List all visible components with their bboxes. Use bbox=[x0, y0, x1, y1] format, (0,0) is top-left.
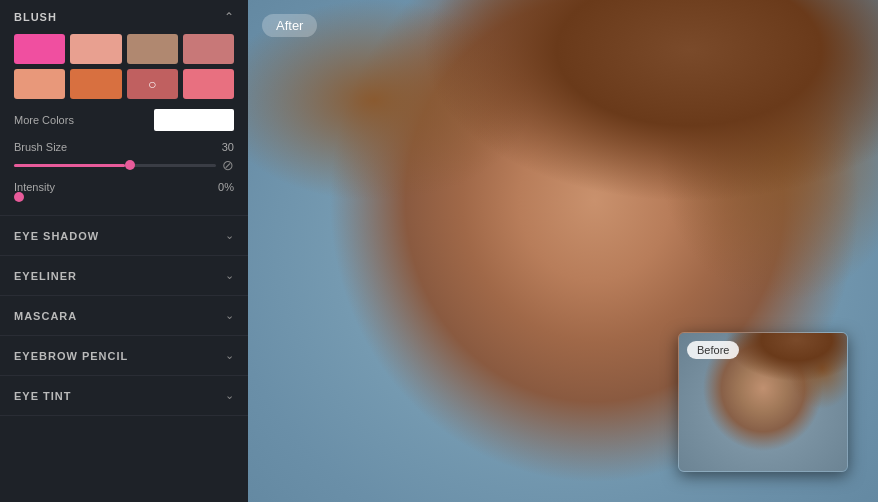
brush-size-label: Brush Size bbox=[14, 141, 67, 153]
mascara-chevron-icon: ⌄ bbox=[225, 309, 234, 322]
color-swatch-2[interactable] bbox=[70, 34, 121, 64]
color-swatch-3[interactable] bbox=[127, 34, 178, 64]
blush-header: BLUSH ⌃ bbox=[14, 10, 234, 24]
more-colors-label: More Colors bbox=[14, 114, 74, 126]
eye-shadow-chevron-icon: ⌄ bbox=[225, 229, 234, 242]
color-swatch-1[interactable] bbox=[14, 34, 65, 64]
more-colors-picker[interactable] bbox=[154, 109, 234, 131]
eye-tint-section[interactable]: EYE TINT ⌄ bbox=[0, 376, 248, 416]
color-swatch-6[interactable] bbox=[70, 69, 121, 99]
blush-collapse-icon[interactable]: ⌃ bbox=[224, 10, 234, 24]
eyebrow-pencil-label: EYEBROW PENCIL bbox=[14, 350, 128, 362]
color-grid bbox=[14, 34, 234, 99]
intensity-label-row: Intensity 0% bbox=[14, 181, 234, 193]
eyebrow-pencil-section[interactable]: EYEBROW PENCIL ⌄ bbox=[0, 336, 248, 376]
brush-size-row: Brush Size 30 ⊘ bbox=[14, 141, 234, 173]
intensity-row: Intensity 0% bbox=[14, 181, 234, 197]
eye-tint-label: EYE TINT bbox=[14, 390, 72, 402]
eye-shadow-section[interactable]: EYE SHADOW ⌄ bbox=[0, 216, 248, 256]
before-badge: Before bbox=[687, 341, 739, 359]
left-panel: BLUSH ⌃ More Colors Brush Size 30 bbox=[0, 0, 248, 502]
eyebrow-pencil-chevron-icon: ⌄ bbox=[225, 349, 234, 362]
color-swatch-7[interactable] bbox=[127, 69, 178, 99]
eyeliner-section[interactable]: EYELINER ⌄ bbox=[0, 256, 248, 296]
eyeliner-label: EYELINER bbox=[14, 270, 77, 282]
after-badge: After bbox=[262, 14, 317, 37]
color-swatch-8[interactable] bbox=[183, 69, 234, 99]
intensity-value: 0% bbox=[218, 181, 234, 193]
color-swatch-5[interactable] bbox=[14, 69, 65, 99]
brush-size-value: 30 bbox=[222, 141, 234, 153]
eye-shadow-label: EYE SHADOW bbox=[14, 230, 99, 242]
before-thumbnail: Before bbox=[678, 332, 848, 472]
brush-size-label-row: Brush Size 30 bbox=[14, 141, 234, 153]
eye-tint-chevron-icon: ⌄ bbox=[225, 389, 234, 402]
blush-title: BLUSH bbox=[14, 11, 57, 23]
blush-section: BLUSH ⌃ More Colors Brush Size 30 bbox=[0, 0, 248, 216]
brush-size-control: ⊘ bbox=[14, 157, 234, 173]
color-swatch-4[interactable] bbox=[183, 34, 234, 64]
eyeliner-chevron-icon: ⌄ bbox=[225, 269, 234, 282]
mascara-label: MASCARA bbox=[14, 310, 77, 322]
right-panel: After Before bbox=[248, 0, 878, 502]
brush-size-track[interactable] bbox=[14, 164, 216, 167]
mascara-section[interactable]: MASCARA ⌄ bbox=[0, 296, 248, 336]
more-colors-row: More Colors bbox=[14, 109, 234, 131]
brush-size-icon[interactable]: ⊘ bbox=[222, 157, 234, 173]
